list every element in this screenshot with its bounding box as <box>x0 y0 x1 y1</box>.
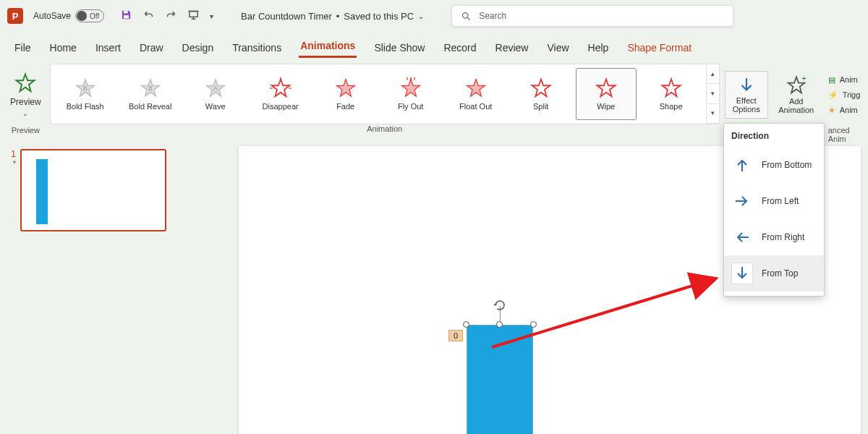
quick-access-toolbar: ▾ <box>120 9 213 23</box>
slide-thumbnails: 1 * <box>0 142 181 434</box>
anim-bold-flash[interactable]: BBold Flash <box>55 68 116 120</box>
effect-options-label: Effect Options <box>733 96 760 114</box>
present-icon[interactable] <box>187 9 200 23</box>
option-from-left[interactable]: From Left <box>724 183 824 219</box>
autosave-toggle[interactable]: AutoSave Off <box>33 9 104 22</box>
thumb-index: 1 <box>6 149 16 159</box>
svg-marker-11 <box>271 80 289 97</box>
effect-options-popup: Direction From Bottom From Left From Rig… <box>723 123 825 297</box>
search-placeholder: Search <box>479 11 506 21</box>
option-from-bottom[interactable]: From Bottom <box>724 147 824 183</box>
anim-shape[interactable]: Shape <box>641 68 702 120</box>
toggle-switch[interactable]: Off <box>75 9 104 22</box>
svg-text:B: B <box>83 85 88 92</box>
anim-fly-out[interactable]: Fly Out <box>380 68 441 120</box>
animation-painter-button[interactable]: ★Anim <box>828 106 858 115</box>
option-from-right[interactable]: From Right <box>724 219 824 255</box>
preview-label: Preview <box>10 97 41 107</box>
add-animation-button[interactable]: + Add Animation <box>770 70 822 119</box>
doc-name: Bar Countdown Timer <box>241 11 332 22</box>
anim-bold-reveal[interactable]: BBold Reveal <box>120 68 181 120</box>
svg-marker-16 <box>401 80 420 97</box>
tab-record[interactable]: Record <box>442 38 477 58</box>
document-title[interactable]: Bar Countdown Timer • Saved to this PC ⌄ <box>241 11 424 22</box>
resize-handle-ne[interactable] <box>530 321 537 328</box>
gallery-down-icon[interactable]: ▼ <box>707 84 719 103</box>
autosave-label: AutoSave <box>33 11 71 21</box>
group-label-animation: Animation <box>367 124 402 136</box>
tab-slideshow[interactable]: Slide Show <box>373 38 426 58</box>
group-animation: BBold Flash BBold Reveal AWave Disappear… <box>47 61 723 139</box>
toggle-state: Off <box>90 12 99 20</box>
anim-disappear[interactable]: Disappear <box>250 68 311 120</box>
search-icon <box>461 11 472 22</box>
gallery-more-icon[interactable]: ▼ <box>707 104 719 124</box>
animation-pane-button[interactable]: ▤Anim <box>828 75 858 85</box>
anim-indicator-icon: * <box>13 159 16 168</box>
svg-marker-4 <box>17 75 35 92</box>
anim-wave[interactable]: AWave <box>185 68 246 120</box>
tab-help[interactable]: Help <box>587 38 610 58</box>
anim-split[interactable]: Split <box>511 68 571 120</box>
group-advanced: ▤Anim ⚡Trigg ★Anim anced Anim <box>822 61 866 139</box>
group-preview: Preview ⌄ Preview <box>4 61 47 139</box>
svg-rect-2 <box>190 12 197 17</box>
option-label: From Bottom <box>762 160 812 170</box>
svg-text:A: A <box>213 85 218 92</box>
selected-shape[interactable] <box>467 325 533 434</box>
anim-wipe[interactable]: Wipe <box>576 68 637 120</box>
gallery-spinner[interactable]: ▲ ▼ ▼ <box>706 64 719 124</box>
anim-fade[interactable]: Fade <box>315 68 376 120</box>
title-sep: • <box>336 11 340 22</box>
option-label: From Top <box>762 268 798 278</box>
arrow-right-icon <box>731 190 753 212</box>
resize-handle-nw[interactable] <box>463 321 469 328</box>
tab-view[interactable]: View <box>545 38 570 58</box>
preview-star-icon <box>14 72 36 94</box>
arrow-down-icon <box>737 76 756 95</box>
preview-button[interactable]: Preview ⌄ <box>10 72 41 117</box>
gallery-row: BBold Flash BBold Reveal AWave Disappear… <box>51 64 706 124</box>
search-input[interactable]: Search <box>451 5 733 27</box>
effect-options-button[interactable]: Effect Options <box>725 71 768 119</box>
add-animation-label: Add Animation <box>778 97 814 114</box>
tab-draw[interactable]: Draw <box>138 38 165 58</box>
qat-more-icon[interactable]: ▾ <box>210 12 213 20</box>
tab-design[interactable]: Design <box>181 38 216 58</box>
add-star-icon: + <box>786 75 807 95</box>
svg-text:B: B <box>148 85 153 92</box>
arrow-left-icon <box>731 226 753 248</box>
anim-float-out[interactable]: Float Out <box>446 68 506 120</box>
thumbnail-1[interactable]: 1 * <box>6 149 175 231</box>
save-icon[interactable] <box>120 9 132 23</box>
gallery-up-icon[interactable]: ▲ <box>707 64 719 84</box>
chevron-down-icon[interactable]: ⌄ <box>418 12 424 20</box>
option-from-top[interactable]: From Top <box>724 255 824 292</box>
tab-review[interactable]: Review <box>494 38 530 58</box>
lightning-icon: ⚡ <box>828 90 838 100</box>
undo-icon[interactable] <box>142 9 155 23</box>
tab-animations[interactable]: Animations <box>299 35 357 58</box>
svg-marker-20 <box>467 80 485 97</box>
painter-star-icon: ★ <box>828 106 835 115</box>
resize-handle-n[interactable] <box>496 321 503 328</box>
animation-order-tag[interactable]: 0 <box>448 330 463 341</box>
title-bar: P AutoSave Off ▾ Bar Countdown Timer • S… <box>0 0 868 32</box>
bar-rectangle[interactable] <box>467 325 533 434</box>
group-label-advanced: anced Anim <box>828 126 860 137</box>
svg-rect-0 <box>124 11 128 14</box>
tab-home[interactable]: Home <box>48 38 78 58</box>
trigger-button[interactable]: ⚡Trigg <box>828 90 861 100</box>
tab-file[interactable]: File <box>13 38 33 58</box>
redo-icon[interactable] <box>165 9 177 23</box>
group-label-preview: Preview <box>12 126 40 137</box>
tab-shape-format[interactable]: Shape Format <box>626 38 693 58</box>
tab-insert[interactable]: Insert <box>94 38 122 58</box>
thumb-preview[interactable] <box>20 149 166 231</box>
pane-icon: ▤ <box>828 75 835 85</box>
toggle-knob <box>77 11 87 21</box>
save-status: Saved to this PC <box>344 11 414 22</box>
tab-transitions[interactable]: Transitions <box>231 38 283 58</box>
arrow-down-icon <box>731 263 753 284</box>
rotation-handle-icon[interactable] <box>493 299 506 315</box>
